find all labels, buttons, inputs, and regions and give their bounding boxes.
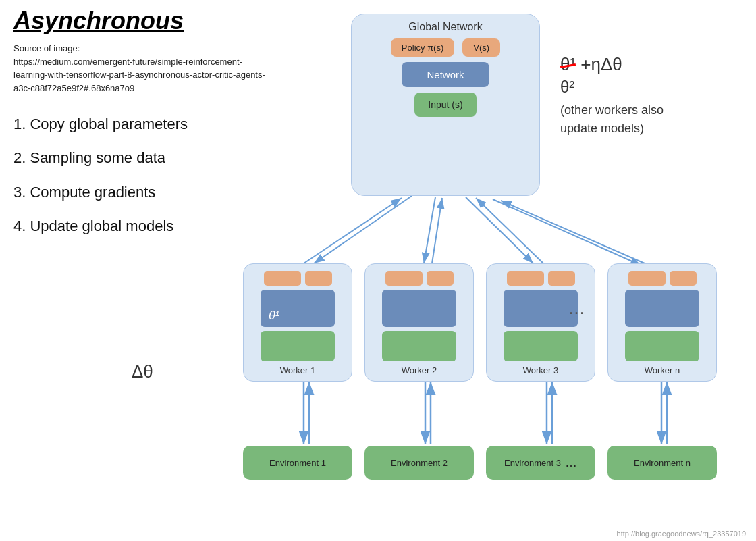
watermark: http://blog.graegoodnews/rq_23357019 <box>617 530 746 538</box>
step-2: 2. Sampling some data <box>14 142 270 174</box>
env-1-box: Environment 1 <box>243 446 352 480</box>
worker-n-orange-2 <box>670 271 697 286</box>
delta-theta-lower: Δθ <box>132 361 153 382</box>
worker-1-box: θ¹ Worker 1 <box>243 263 352 382</box>
worker-1-top-boxes <box>264 271 332 286</box>
dots-envs: … <box>565 456 577 470</box>
global-network-title: Global Network <box>408 21 482 33</box>
env-3-box: Environment 3 … <box>486 446 595 480</box>
left-panel: Asynchronous Source of image: https://me… <box>14 7 270 244</box>
page-title: Asynchronous <box>14 7 270 35</box>
worker-2-blue <box>382 290 456 327</box>
page-container: Asynchronous Source of image: https://me… <box>0 0 756 541</box>
worker-3-blue <box>504 290 578 327</box>
svg-line-7 <box>432 198 442 263</box>
worker-2-label: Worker 2 <box>402 365 437 376</box>
worker-3-orange-2 <box>548 271 575 286</box>
theta2: θ² <box>560 78 622 97</box>
other-workers-text: (other workers also update models) <box>560 101 695 138</box>
worker-3-top-boxes <box>507 271 575 286</box>
network-box: Network <box>402 62 489 87</box>
worker-1-theta: θ¹ <box>269 309 279 323</box>
svg-line-4 <box>314 196 412 263</box>
env-2-box: Environment 2 <box>364 446 474 480</box>
worker-2-orange-1 <box>385 271 423 286</box>
environments-row: Environment 1 Environment 2 Environment … <box>243 446 729 480</box>
step-1: 1. Copy global parameters <box>14 108 270 140</box>
worker-2-box: Worker 2 <box>364 263 474 382</box>
worker-1-blue: θ¹ <box>261 290 335 327</box>
step-4: 4. Update global models <box>14 210 270 242</box>
worker-3-orange-1 <box>507 271 544 286</box>
worker-n-green <box>625 331 699 361</box>
value-box: V(s) <box>462 38 500 57</box>
svg-line-6 <box>424 197 435 263</box>
worker-2-top-boxes <box>385 271 454 286</box>
env-n-box: Environment n <box>608 446 717 480</box>
worker-3-box: Worker 3 … <box>486 263 595 382</box>
worker-3-green <box>504 331 578 361</box>
policy-box: Policy π(s) <box>391 38 454 57</box>
svg-line-10 <box>493 199 641 265</box>
worker-n-orange-1 <box>628 271 666 286</box>
top-boxes: Policy π(s) V(s) <box>391 38 500 57</box>
worker-2-green <box>382 331 456 361</box>
worker-1-orange-1 <box>264 271 301 286</box>
theta1-crossed: θ¹ +ηΔθ <box>560 54 622 74</box>
svg-line-8 <box>466 197 533 263</box>
svg-line-9 <box>476 198 543 263</box>
dots-workers: … <box>568 298 585 319</box>
global-network-box: Global Network Policy π(s) V(s) Network … <box>351 14 540 196</box>
worker-n-top-boxes <box>628 271 697 286</box>
worker-2-orange-2 <box>427 271 454 286</box>
diagram-area: Global Network Policy π(s) V(s) Network … <box>236 0 749 541</box>
workers-row: θ¹ Worker 1 Worker 2 <box>243 263 729 382</box>
steps-list: 1. Copy global parameters 2. Sampling so… <box>14 108 270 243</box>
source-text: Source of image: https://medium.com/emer… <box>14 42 270 95</box>
worker-3-label: Worker 3 <box>523 365 559 376</box>
svg-line-11 <box>501 201 649 265</box>
worker-1-orange-2 <box>305 271 332 286</box>
svg-line-5 <box>304 198 402 263</box>
worker-n-box: Worker n <box>608 263 717 382</box>
step-3: 3. Compute gradients <box>14 176 270 209</box>
worker-1-label: Worker 1 <box>280 365 316 376</box>
input-box: Input (s) <box>414 93 476 117</box>
worker-n-label: Worker n <box>645 365 680 376</box>
worker-n-blue <box>625 290 699 327</box>
worker-1-green <box>261 331 335 361</box>
theta-formula: θ¹ +ηΔθ θ² <box>560 54 622 97</box>
